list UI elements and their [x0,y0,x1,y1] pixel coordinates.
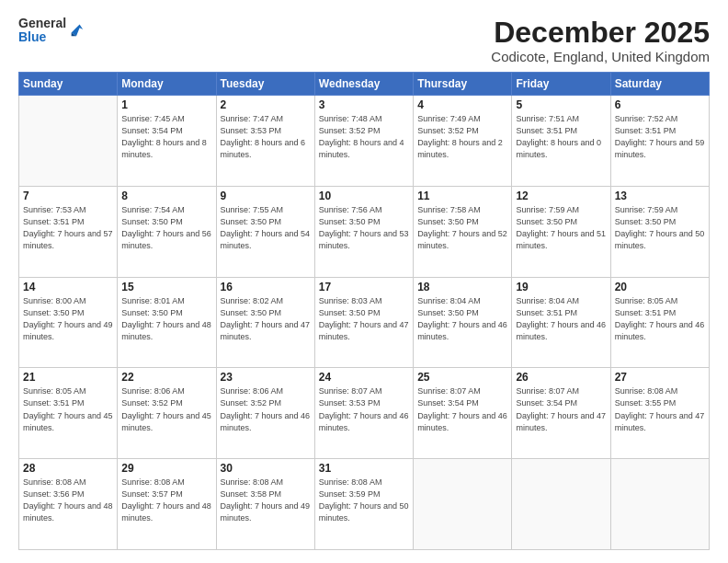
day-number: 18 [417,281,507,293]
calendar-cell: 3Sunrise: 7:48 AMSunset: 3:52 PMDaylight… [314,96,413,187]
header-saturday: Saturday [610,73,709,96]
calendar-cell: 11Sunrise: 7:58 AMSunset: 3:50 PMDayligh… [414,186,512,277]
day-number: 15 [121,281,211,293]
day-info: Sunrise: 8:08 AMSunset: 3:58 PMDaylight:… [221,477,311,524]
day-info: Sunrise: 8:02 AMSunset: 3:50 PMDaylight:… [221,295,311,343]
day-number: 23 [221,371,311,384]
calendar-week-0: 1Sunrise: 7:45 AMSunset: 3:54 PMDaylight… [19,96,710,187]
day-info: Sunrise: 7:59 AMSunset: 3:50 PMDaylight:… [516,204,606,252]
calendar-cell: 18Sunrise: 8:04 AMSunset: 3:50 PMDayligh… [414,277,512,368]
day-info: Sunrise: 8:07 AMSunset: 3:54 PMDaylight:… [417,385,507,433]
calendar-cell: 8Sunrise: 7:54 AMSunset: 3:50 PMDaylight… [118,186,216,277]
day-info: Sunrise: 8:03 AMSunset: 3:50 PMDaylight:… [319,295,409,343]
day-info: Sunrise: 8:06 AMSunset: 3:52 PMDaylight:… [221,385,311,433]
day-info: Sunrise: 8:00 AMSunset: 3:50 PMDaylight:… [23,295,113,343]
day-number: 25 [417,371,507,384]
day-number: 16 [221,281,311,293]
day-info: Sunrise: 8:04 AMSunset: 3:51 PMDaylight:… [516,295,606,343]
header-monday: Monday [118,73,216,96]
day-info: Sunrise: 8:08 AMSunset: 3:56 PMDaylight:… [23,477,113,524]
day-number: 21 [23,371,113,384]
day-number: 10 [319,190,409,202]
day-info: Sunrise: 8:05 AMSunset: 3:51 PMDaylight:… [615,295,705,343]
month-title: December 2025 [491,17,710,49]
day-number: 1 [121,98,211,111]
day-info: Sunrise: 7:54 AMSunset: 3:50 PMDaylight:… [121,204,211,252]
calendar-cell: 24Sunrise: 8:07 AMSunset: 3:53 PMDayligh… [314,368,413,459]
subtitle: Codicote, England, United Kingdom [491,49,710,64]
day-info: Sunrise: 7:51 AMSunset: 3:51 PMDaylight:… [516,113,606,161]
logo-general: General [18,17,66,30]
calendar-cell: 6Sunrise: 7:52 AMSunset: 3:51 PMDaylight… [610,96,709,187]
calendar-cell: 2Sunrise: 7:47 AMSunset: 3:53 PMDaylight… [216,96,314,187]
calendar-cell: 4Sunrise: 7:49 AMSunset: 3:52 PMDaylight… [414,96,512,187]
calendar-cell: 23Sunrise: 8:06 AMSunset: 3:52 PMDayligh… [216,368,314,459]
page: General Blue December 2025 Codicote, Eng… [0,0,728,563]
calendar-cell: 25Sunrise: 8:07 AMSunset: 3:54 PMDayligh… [414,368,512,459]
day-info: Sunrise: 8:06 AMSunset: 3:52 PMDaylight:… [121,385,211,433]
calendar-cell: 14Sunrise: 8:00 AMSunset: 3:50 PMDayligh… [19,277,118,368]
day-info: Sunrise: 7:53 AMSunset: 3:51 PMDaylight:… [23,204,113,252]
calendar-cell: 26Sunrise: 8:07 AMSunset: 3:54 PMDayligh… [512,368,610,459]
calendar-cell: 21Sunrise: 8:05 AMSunset: 3:51 PMDayligh… [19,368,118,459]
header-tuesday: Tuesday [216,73,314,96]
day-number: 24 [319,371,409,384]
day-number: 20 [615,281,705,293]
day-info: Sunrise: 7:55 AMSunset: 3:50 PMDaylight:… [221,204,311,252]
day-number: 9 [221,190,311,202]
day-number: 13 [615,190,705,202]
day-info: Sunrise: 7:45 AMSunset: 3:54 PMDaylight:… [121,113,211,161]
calendar-cell: 30Sunrise: 8:08 AMSunset: 3:58 PMDayligh… [216,459,314,550]
calendar-cell: 22Sunrise: 8:06 AMSunset: 3:52 PMDayligh… [118,368,216,459]
day-info: Sunrise: 7:56 AMSunset: 3:50 PMDaylight:… [319,204,409,252]
header-wednesday: Wednesday [314,73,413,96]
header-sunday: Sunday [19,73,118,96]
day-info: Sunrise: 8:07 AMSunset: 3:53 PMDaylight:… [319,385,409,433]
calendar-week-2: 14Sunrise: 8:00 AMSunset: 3:50 PMDayligh… [19,277,710,368]
day-number: 3 [319,98,409,111]
day-number: 27 [615,371,705,384]
day-number: 2 [221,98,311,111]
calendar-cell: 5Sunrise: 7:51 AMSunset: 3:51 PMDaylight… [512,96,610,187]
day-info: Sunrise: 8:04 AMSunset: 3:50 PMDaylight:… [417,295,507,343]
logo-blue: Blue [18,30,66,44]
day-number: 6 [615,98,705,111]
logo-icon [68,21,85,38]
calendar-cell: 15Sunrise: 8:01 AMSunset: 3:50 PMDayligh… [118,277,216,368]
day-number: 29 [121,462,211,475]
calendar-header-row: Sunday Monday Tuesday Wednesday Thursday… [19,73,710,96]
calendar-table: Sunday Monday Tuesday Wednesday Thursday… [18,72,710,550]
day-number: 5 [516,98,606,111]
calendar-cell: 29Sunrise: 8:08 AMSunset: 3:57 PMDayligh… [118,459,216,550]
day-info: Sunrise: 7:48 AMSunset: 3:52 PMDaylight:… [319,113,409,161]
calendar-cell: 17Sunrise: 8:03 AMSunset: 3:50 PMDayligh… [314,277,413,368]
calendar-cell [610,459,709,550]
calendar-week-1: 7Sunrise: 7:53 AMSunset: 3:51 PMDaylight… [19,186,710,277]
calendar-cell: 16Sunrise: 8:02 AMSunset: 3:50 PMDayligh… [216,277,314,368]
calendar-cell [19,96,118,187]
calendar-cell: 20Sunrise: 8:05 AMSunset: 3:51 PMDayligh… [610,277,709,368]
day-number: 4 [417,98,507,111]
title-area: December 2025 Codicote, England, United … [491,17,710,64]
calendar-cell: 12Sunrise: 7:59 AMSunset: 3:50 PMDayligh… [512,186,610,277]
day-number: 30 [221,462,311,475]
calendar-cell: 19Sunrise: 8:04 AMSunset: 3:51 PMDayligh… [512,277,610,368]
calendar-cell: 9Sunrise: 7:55 AMSunset: 3:50 PMDaylight… [216,186,314,277]
header-friday: Friday [512,73,610,96]
day-info: Sunrise: 7:47 AMSunset: 3:53 PMDaylight:… [221,113,311,161]
day-number: 12 [516,190,606,202]
calendar-cell: 28Sunrise: 8:08 AMSunset: 3:56 PMDayligh… [19,459,118,550]
day-info: Sunrise: 8:08 AMSunset: 3:55 PMDaylight:… [615,385,705,433]
day-info: Sunrise: 7:52 AMSunset: 3:51 PMDaylight:… [615,113,705,161]
day-info: Sunrise: 8:01 AMSunset: 3:50 PMDaylight:… [121,295,211,343]
day-number: 19 [516,281,606,293]
day-number: 22 [121,371,211,384]
header: General Blue December 2025 Codicote, Eng… [18,17,710,64]
day-number: 14 [23,281,113,293]
day-number: 7 [23,190,113,202]
calendar-cell: 10Sunrise: 7:56 AMSunset: 3:50 PMDayligh… [314,186,413,277]
day-info: Sunrise: 8:08 AMSunset: 3:59 PMDaylight:… [319,477,409,524]
calendar-cell: 1Sunrise: 7:45 AMSunset: 3:54 PMDaylight… [118,96,216,187]
day-info: Sunrise: 7:58 AMSunset: 3:50 PMDaylight:… [417,204,507,252]
logo: General Blue [18,17,85,45]
